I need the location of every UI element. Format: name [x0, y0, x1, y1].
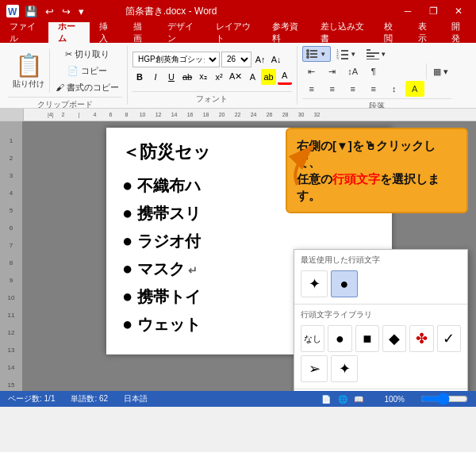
tab-insert[interactable]: 挿入	[90, 22, 124, 43]
font-name-select[interactable]: HGP創英角ゴシックUB	[132, 52, 220, 67]
bullet-picker-dropdown[interactable]: 最近使用した行頭文字 ✦ ● 行頭文字ライブラリ なし ● ■ ◆ ✤ ✓ ➢ …	[294, 249, 468, 391]
align-center-btn[interactable]: ≡	[323, 81, 342, 97]
svg-point-4	[306, 52, 309, 56]
bullet-item-star[interactable]: ✦	[301, 270, 328, 297]
paragraph-group-content: ▼ 1. 2. 3. ▼	[302, 46, 451, 97]
svg-text:W: W	[8, 6, 17, 17]
ruler-mark: 14	[167, 112, 182, 117]
view-buttons: 📄 🌐 📖	[321, 395, 369, 404]
cut-button[interactable]: ✂ 切り取り	[52, 46, 122, 62]
copy-button[interactable]: 📄 コピー	[52, 63, 122, 79]
svg-rect-5	[310, 53, 317, 55]
zoom-slider[interactable]	[420, 394, 468, 404]
library-bullets-title: 行頭文字ライブラリ	[301, 309, 461, 320]
justify-btn[interactable]: ≡	[364, 81, 383, 97]
bullet-1: ●	[122, 175, 132, 196]
show-marks-btn[interactable]: ¶	[364, 63, 383, 79]
paste-icon: 📋	[15, 52, 43, 79]
subscript-btn[interactable]: x₂	[196, 69, 210, 85]
numbered-list-icon: 1. 2. 3.	[336, 48, 349, 59]
title-bar: W 💾 ↩ ↪ ▾ 箇条書き.docx - Word ─ ❐ ✕	[0, 0, 476, 22]
numbered-list-btn[interactable]: 1. 2. 3. ▼	[332, 46, 361, 62]
print-view-btn[interactable]: 📄	[321, 395, 331, 404]
underline-btn[interactable]: U	[164, 69, 178, 85]
window-controls: ─ ❐ ✕	[397, 3, 470, 19]
tab-references[interactable]: 参考資料	[263, 22, 311, 43]
save-qat-btn[interactable]: 💾	[22, 4, 40, 19]
ruler-mark: 26	[262, 112, 278, 117]
undo-qat-btn[interactable]: ↩	[43, 4, 56, 19]
minimize-btn[interactable]: ─	[397, 3, 419, 19]
superscript-btn[interactable]: x²	[212, 69, 226, 85]
clipboard-group-content: 📋 貼り付け ✂ 切り取り 📄 コピー 🖌 書式のコピー	[8, 46, 122, 95]
clipboard-group: 📋 貼り付け ✂ 切り取り 📄 コピー 🖌 書式のコピー クリップボード	[3, 46, 128, 105]
bullet-item-arrow[interactable]: ➢	[301, 355, 328, 382]
bullet-item-none[interactable]: なし	[301, 325, 324, 352]
page-count: ページ数: 1/1	[8, 393, 55, 404]
multilevel-list-btn[interactable]: ▼	[363, 46, 391, 62]
recent-bullets-title: 最近使用した行頭文字	[301, 255, 461, 266]
text-effect-btn[interactable]: A	[245, 69, 259, 85]
svg-rect-14	[367, 49, 370, 51]
bullet-item-four-star[interactable]: ✦	[331, 355, 358, 382]
ribbon: ファイル ホーム 挿入 描画 デザイン レイアウト 参考資料 差し込み文書 校閲…	[0, 22, 476, 109]
close-btn[interactable]: ✕	[447, 3, 470, 19]
format-paint-button[interactable]: 🖌 書式のコピー	[52, 79, 122, 95]
ruler-mark: 8	[119, 112, 135, 117]
font-size-select[interactable]: 26	[221, 52, 251, 67]
ruler-mark: 28	[278, 112, 294, 117]
bullet-item-circle[interactable]: ●	[331, 270, 358, 297]
strikethrough-btn[interactable]: ab	[180, 69, 194, 85]
tab-draw[interactable]: 描画	[124, 22, 158, 43]
redo-qat-btn[interactable]: ↪	[60, 4, 73, 19]
ruler-mark: 6	[103, 112, 119, 117]
bullet-item-filled-circle[interactable]: ●	[328, 325, 351, 352]
multilevel-dropdown-arrow[interactable]: ▼	[380, 51, 386, 58]
svg-rect-11	[341, 54, 348, 56]
tab-layout[interactable]: レイアウト	[206, 22, 263, 43]
font-format-row: B I U ab x₂ x² A✕ A ab A	[132, 69, 292, 85]
bold-btn[interactable]: B	[132, 69, 147, 85]
bullet-dropdown-arrow[interactable]: ▼	[320, 51, 326, 58]
bullet-list-btn[interactable]: ▼	[302, 46, 331, 62]
bullet-5: ●	[122, 286, 132, 307]
read-view-btn[interactable]: 📖	[354, 395, 363, 404]
bullet-4: ●	[122, 259, 132, 279]
font-shrink-btn[interactable]: A↓	[269, 52, 283, 67]
increase-indent-btn[interactable]: ⇥	[323, 63, 342, 79]
ruler-mark: 10	[135, 112, 151, 117]
tab-home[interactable]: ホーム	[48, 22, 90, 43]
font-color-btn[interactable]: A	[278, 69, 292, 85]
bullet-item-diamond[interactable]: ◆	[382, 325, 406, 352]
clear-format-btn[interactable]: A✕	[228, 69, 244, 85]
number-dropdown-arrow[interactable]: ▼	[350, 51, 356, 58]
item-text-4: マスク	[137, 259, 185, 280]
bullet-3: ●	[122, 231, 132, 251]
tab-developer[interactable]: 開発	[442, 22, 476, 43]
decrease-indent-btn[interactable]: ⇤	[302, 63, 321, 79]
balloon-highlight: 行頭文字	[332, 172, 380, 186]
bullet-item-checkmark[interactable]: ✓	[437, 325, 461, 352]
bullet-item-flower[interactable]: ✤	[409, 325, 433, 352]
paste-button[interactable]: 📋 貼り付け	[8, 48, 50, 93]
highlight-btn[interactable]: ab	[261, 69, 275, 85]
tab-review[interactable]: 校閲	[374, 22, 409, 43]
restore-btn[interactable]: ❐	[422, 3, 444, 19]
font-grow-btn[interactable]: A↑	[253, 52, 267, 67]
web-view-btn[interactable]: 🌐	[338, 395, 347, 404]
sort-btn[interactable]: ↕A	[344, 63, 363, 79]
align-left-btn[interactable]: ≡	[302, 81, 321, 97]
bullet-item-filled-square[interactable]: ■	[355, 325, 379, 352]
tab-mailings[interactable]: 差し込み文書	[311, 22, 374, 43]
tab-view[interactable]: 表示	[409, 22, 443, 43]
align-right-btn[interactable]: ≡	[344, 81, 363, 97]
tab-file[interactable]: ファイル	[0, 22, 48, 43]
tab-design[interactable]: デザイン	[158, 22, 206, 43]
border-btn[interactable]: ▦ ▾	[430, 63, 451, 79]
clipboard-label: クリップボード	[8, 97, 122, 108]
line-spacing-btn[interactable]: ↕	[385, 81, 404, 97]
shading-btn[interactable]: A	[405, 81, 424, 97]
library-bullets-row2: ➢ ✦	[301, 355, 461, 382]
customize-qat-btn[interactable]: ▾	[76, 4, 86, 19]
italic-btn[interactable]: I	[148, 69, 163, 85]
